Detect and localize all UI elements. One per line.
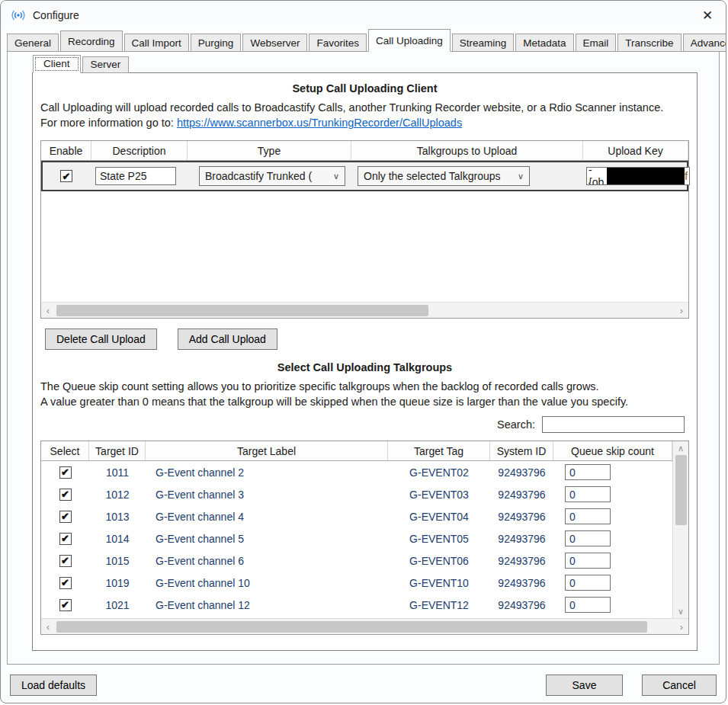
queue-skip-input[interactable]: 0	[565, 597, 611, 613]
main-tab[interactable]: Metadata	[515, 34, 573, 52]
upload-grid-hscrollbar[interactable]: ‹ ›	[41, 302, 688, 318]
target-tag: G-EVENT05	[388, 533, 490, 545]
upload-grid-column-header[interactable]: Enable	[41, 141, 91, 160]
talkgroups-grid-vscrollbar[interactable]: ∧ ∨	[672, 441, 688, 618]
talkgroups-grid-column-header[interactable]: Target ID	[89, 441, 146, 460]
upload-grid-column-header[interactable]: Description	[91, 141, 188, 160]
scroll-left-icon[interactable]: ‹	[41, 305, 55, 316]
main-tab[interactable]: Email	[576, 34, 617, 52]
type-cell: Broadcastify Trunked ( ∨	[186, 166, 350, 186]
scroll-right-icon[interactable]: ›	[675, 621, 688, 633]
title-bar: Configure ✕	[1, 1, 726, 30]
system-id: 92493796	[490, 577, 553, 589]
talkgroups-dropdown[interactable]: Only the selected Talkgroups ∨	[358, 166, 530, 186]
sub-tab[interactable]: Server	[82, 56, 130, 73]
target-tag: G-EVENT03	[388, 489, 490, 501]
talkgroups-grid-hscrollbar[interactable]: ‹ ›	[41, 618, 688, 634]
main-tab[interactable]: Recording	[60, 30, 123, 52]
target-id: 1014	[89, 533, 146, 545]
scroll-up-icon[interactable]: ∧	[673, 441, 688, 455]
select-checkbox[interactable]: ✔	[59, 577, 72, 589]
load-defaults-button[interactable]: Load defaults	[10, 675, 97, 696]
call-uploads-link[interactable]: https://www.scannerbox.us/TrunkingRecord…	[177, 117, 462, 129]
talkgroup-row[interactable]: ✔ 1021 G-Event channel 12 G-EVENT12 9249…	[41, 594, 672, 616]
add-call-upload-button[interactable]: Add Call Upload	[178, 328, 277, 350]
vscroll-thumb[interactable]	[675, 455, 687, 525]
delete-call-upload-button[interactable]: Delete Call Upload	[45, 328, 157, 350]
main-tab-label: Call Uploading	[376, 35, 443, 46]
select-checkbox[interactable]: ✔	[59, 599, 72, 611]
select-cell: ✔	[41, 466, 89, 479]
talkgroups-grid-column-header[interactable]: System ID	[490, 441, 553, 460]
queue-skip-input[interactable]: 0	[565, 486, 611, 502]
talkgroup-row[interactable]: ✔ 1012 G-Event channel 3 G-EVENT03 92493…	[41, 483, 672, 505]
queue-skip-input[interactable]: 0	[565, 508, 611, 524]
type-dropdown[interactable]: Broadcastify Trunked ( ∨	[199, 166, 345, 186]
upload-grid-column-header[interactable]: Type	[188, 141, 351, 160]
broadcast-icon	[10, 8, 27, 22]
talkgroup-row[interactable]: ✔ 1014 G-Event channel 5 G-EVENT05 92493…	[41, 527, 672, 550]
upload-client-grid: Enable Description Type Talkgroups to Up…	[40, 140, 689, 319]
queue-skip-input[interactable]: 0	[565, 464, 611, 480]
upload-grid-column-header[interactable]: Upload Key	[583, 141, 688, 160]
search-input[interactable]	[542, 416, 685, 433]
footer: Load defaults Save Cancel	[10, 675, 717, 696]
talkgroups-grid-column-header[interactable]: Select	[41, 441, 89, 460]
enable-checkbox[interactable]: ✔	[60, 170, 72, 182]
target-label: G-Event channel 5	[146, 533, 388, 545]
description-input[interactable]: State P25	[95, 167, 176, 185]
close-icon[interactable]: ✕	[689, 1, 726, 30]
main-tab[interactable]: Streaming	[452, 34, 515, 52]
main-tab[interactable]: Transcribe	[617, 34, 681, 52]
select-checkbox[interactable]: ✔	[59, 466, 72, 479]
talkgroup-row[interactable]: ✔ 1013 G-Event channel 4 G-EVENT04 92493…	[41, 505, 672, 527]
cancel-button[interactable]: Cancel	[642, 675, 717, 696]
main-tab[interactable]: Call Import	[124, 34, 189, 52]
upload-key-cell: -{ob f	[582, 167, 690, 185]
save-button[interactable]: Save	[546, 675, 623, 696]
main-tab-label: Favorites	[316, 37, 359, 49]
queue-skip-input[interactable]: 0	[565, 530, 611, 546]
target-tag: G-EVENT10	[388, 577, 490, 589]
talkgroups-grid-column-header[interactable]: Queue skip count	[553, 441, 672, 460]
queue-skip-input[interactable]: 0	[565, 575, 611, 591]
talkgroup-row[interactable]: ✔ 1011 G-Event channel 2 G-EVENT02 92493…	[41, 461, 672, 483]
upload-grid-column-header[interactable]: Talkgroups to Upload	[351, 141, 583, 160]
select-cell: ✔	[41, 533, 89, 545]
main-tab[interactable]: Webserver	[242, 34, 307, 52]
chevron-down-icon: ∨	[518, 171, 524, 181]
target-id: 1012	[89, 489, 146, 501]
system-id: 92493796	[490, 511, 553, 523]
scroll-down-icon[interactable]: ∨	[673, 604, 688, 618]
sub-tab[interactable]: Client	[33, 55, 81, 73]
main-tab[interactable]: General	[7, 34, 59, 52]
upload-key-input[interactable]: -{ob f	[586, 167, 690, 185]
select-checkbox[interactable]: ✔	[59, 555, 72, 567]
main-tab[interactable]: Favorites	[309, 34, 367, 52]
main-tab[interactable]: Advanced	[683, 34, 726, 52]
hscroll-thumb[interactable]	[56, 305, 428, 316]
target-tag: G-EVENT02	[388, 466, 490, 479]
main-tabstrip: General Recording Call Import Purging We…	[1, 30, 726, 51]
hscroll-thumb[interactable]	[56, 621, 647, 633]
main-tab[interactable]: Call Uploading	[368, 29, 451, 52]
main-tab-label: Metadata	[523, 37, 566, 49]
scroll-right-icon[interactable]: ›	[675, 305, 688, 316]
talkgroup-row[interactable]: ✔ 1015 G-Event channel 6 G-EVENT06 92493…	[41, 550, 672, 572]
queue-skip-input[interactable]: 0	[565, 553, 611, 569]
main-tab-label: Purging	[198, 37, 234, 49]
target-label: G-Event channel 4	[146, 511, 388, 523]
select-checkbox[interactable]: ✔	[59, 489, 72, 501]
talkgroups-grid-column-header[interactable]: Target Tag	[388, 441, 490, 460]
select-cell: ✔	[41, 555, 89, 567]
select-checkbox[interactable]: ✔	[59, 533, 72, 545]
upload-row[interactable]: ✔ State P25 Broadcastify Trunked ( ∨ Onl…	[41, 161, 688, 191]
scroll-left-icon[interactable]: ‹	[41, 621, 55, 633]
talkgroups-grid-column-header[interactable]: Target Label	[146, 441, 388, 460]
talkgroups-desc-line2: A value greater than 0 means that the ta…	[40, 396, 628, 408]
talkgroup-row[interactable]: ✔ 1019 G-Event channel 10 G-EVENT10 9249…	[41, 572, 672, 594]
talkgroups-desc-line1: The Queue skip count setting allows you …	[40, 380, 599, 393]
select-checkbox[interactable]: ✔	[59, 511, 72, 523]
queue-skip-cell: 0	[553, 575, 672, 591]
main-tab[interactable]: Purging	[191, 34, 242, 52]
